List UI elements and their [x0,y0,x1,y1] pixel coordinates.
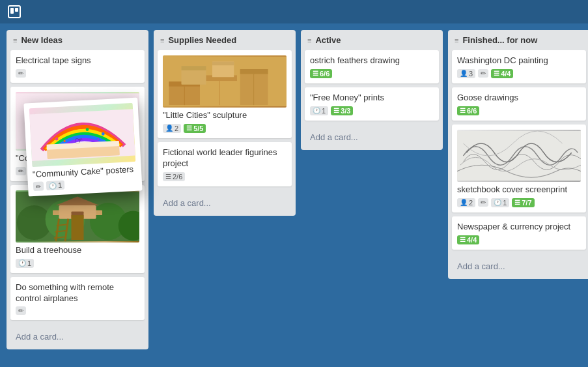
badge: ☰ 4/4 [457,235,479,244]
svg-rect-21 [72,215,84,240]
card-badges: 🕐 1 [16,259,139,268]
column-title: Supplies Needed [168,35,236,45]
badge: ☰ 5/5 [184,124,206,133]
board-icon [8,5,21,18]
column-menu-icon: ≡ [307,37,311,44]
card-badges: ✏ [16,69,139,78]
card-title: Washington DC painting [457,55,581,66]
badge: 👤 2 [457,198,475,207]
column-title: Active [315,35,341,45]
card-title: "Free Money" prints [310,93,434,104]
card-sketchbook-cover[interactable]: sketchbook cover screenprint👤 2✏🕐 1☰ 7/7 [452,125,586,213]
card-title: Newspaper & currency project [457,222,581,233]
add-card-supplies-needed[interactable]: Add a card... [156,194,293,213]
badge: 👤 2 [163,124,181,133]
add-card-finished[interactable]: Add a card... [451,257,587,276]
badge: 🕐 1 [310,106,328,115]
card-title: ostrich feathers drawing [310,55,434,66]
card-free-money[interactable]: "Free Money" prints🕐 1☰ 3/3 [305,87,439,121]
card-title: "Little Cities" sculpture [163,110,287,121]
card-badges: 👤 3✏☰ 4/4 [457,69,581,78]
svg-text:☞: ☞ [75,135,84,146]
card-title: Goose drawings [457,93,581,104]
svg-rect-1 [15,8,18,12]
card-badges: ☰ 6/6 [457,106,581,115]
badge: 🕐 1 [46,181,65,190]
column-header-supplies-needed: ≡ Supplies Needed [154,30,296,50]
edit-badge: ✏ [478,198,488,207]
column-title: Finished... for now [462,35,537,45]
svg-rect-38 [182,66,206,70]
add-card-new-ideas[interactable]: Add a card... [9,328,146,347]
column-cards-finished: Washington DC painting👤 3✏☰ 4/4Goose dra… [448,50,588,257]
card-title: Do something with remote control airplan… [16,282,139,304]
card-badges: 🕐 1☰ 3/3 [310,106,434,115]
column-header-finished: ≡ Finished... for now [448,30,588,50]
card-badges: ☰ 6/6 [310,69,434,78]
card-washington-dc[interactable]: Washington DC painting👤 3✏☰ 4/4 [452,50,586,83]
column-menu-icon: ≡ [13,37,17,44]
column-cards-supplies-needed: "Little Cities" sculpture👤 2☰ 5/5Fiction… [154,50,296,194]
card-badges: ✏ [16,306,139,315]
edit-badge: ✏ [16,167,26,175]
badge: ☰ 3/3 [331,106,353,115]
card-build-treehouse[interactable]: Build a treehouse🕐 1 [10,185,145,273]
card-remote-control[interactable]: Do something with remote control airplan… [10,277,145,321]
edit-badge: ✏ [16,306,26,315]
badge: 👤 3 [457,69,475,78]
badge: ☰ 4/4 [491,69,513,78]
column-menu-icon: ≡ [160,37,164,44]
column-header-active: ≡ Active [301,30,443,50]
column-supplies-needed: ≡ Supplies Needed [154,30,296,216]
app-header [0,0,588,23]
badge: 🕐 1 [491,198,509,207]
column-active: ≡ Activeostrich feathers drawing☰ 6/6"Fr… [301,30,443,150]
card-newspaper-currency[interactable]: Newspaper & currency project☰ 4/4 [452,216,586,250]
column-cards-active: ostrich feathers drawing☰ 6/6"Free Money… [301,50,443,128]
add-card-active[interactable]: Add a card... [303,128,440,147]
card-title: Fictional world leader figurines project [163,147,287,169]
edit-badge: ✏ [16,69,26,78]
card-world-leader[interactable]: Fictional world leader figurines project… [158,142,292,186]
badge: ✏ [33,181,44,191]
card-electrical-tape[interactable]: Electrical tape signs✏ [10,50,145,83]
card-goose-drawings[interactable]: Goose drawings☰ 6/6 [452,87,586,121]
card-badges: 👤 2✏🕐 1☰ 7/7 [457,198,581,207]
svg-rect-35 [240,69,268,74]
card-title: Electrical tape signs [16,55,139,66]
badge: ☰ 2/6 [163,172,185,181]
lifted-card: ☞ "Community Cake" posters ✏ 🕐 1 [23,98,142,197]
svg-rect-0 [10,8,14,14]
badge: ☰ 6/6 [310,69,332,78]
column-menu-icon: ≡ [455,37,458,44]
card-badges: ☰ 4/4 [457,235,581,244]
card-badges: ☰ 2/6 [163,172,287,181]
board: ≡ New IdeasElectrical tape signs✏ [0,23,588,356]
edit-badge: ✏ [478,69,488,78]
badge: ☰ 7/7 [512,198,534,207]
column-title: New Ideas [21,35,63,45]
svg-rect-40 [212,62,234,66]
column-finished: ≡ Finished... for nowWashington DC paint… [448,30,588,279]
card-little-cities[interactable]: "Little Cities" sculpture👤 2☰ 5/5 [158,50,292,138]
lifted-card-badges: ✏ 🕐 1 [33,177,137,191]
card-ostrich-feathers[interactable]: ostrich feathers drawing☰ 6/6 [305,50,439,83]
column-header-new-ideas: ≡ New Ideas [7,30,148,50]
card-title: sketchbook cover screenprint [457,184,581,196]
card-title: Build a treehouse [16,245,139,256]
badge: ☰ 6/6 [457,106,479,115]
badge: 🕐 1 [16,259,34,268]
card-badges: 👤 2☰ 5/5 [163,124,287,133]
